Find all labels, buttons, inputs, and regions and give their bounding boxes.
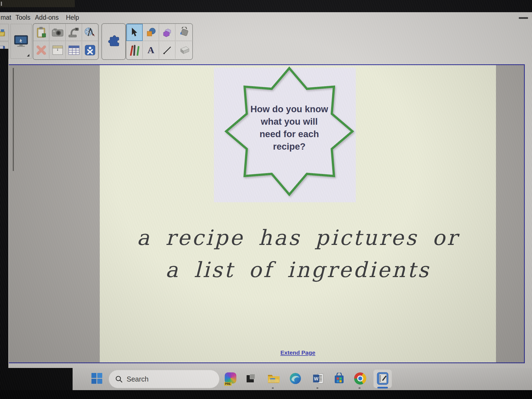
preview-badge: PRE — [224, 382, 232, 386]
toolbar-group-insert — [33, 23, 99, 60]
running-indicator-chrome — [359, 387, 360, 389]
taskbar-app-copilot[interactable]: PRE — [224, 371, 238, 386]
toolbar-group-addons — [101, 23, 126, 60]
task-view-icon — [245, 373, 257, 384]
document-camera-tool[interactable] — [66, 24, 82, 41]
monitor-bottom-bezel — [0, 390, 532, 399]
regular-polygons-tool[interactable] — [159, 24, 175, 41]
edge-icon — [289, 372, 301, 385]
partial-title-glyph — [1, 2, 2, 6]
taskbar-app-file-explorer[interactable] — [266, 371, 281, 386]
file-explorer-icon — [267, 373, 280, 384]
screen-capture-tool[interactable] — [50, 24, 66, 41]
star-question-text: How do you know what you will need for e… — [234, 103, 345, 153]
pens-tool[interactable] — [126, 41, 143, 59]
handwritten-answer-text: a recipe has pictures or a list of ingre… — [107, 222, 489, 286]
monitor-icon — [14, 35, 28, 48]
taskbar-app-word[interactable]: W — [311, 371, 326, 386]
running-indicator-file-explorer — [272, 387, 274, 389]
windows-logo-icon — [91, 373, 96, 378]
menu-format-partial[interactable]: mat — [1, 14, 11, 21]
taskbar-app-chrome[interactable] — [353, 371, 367, 386]
screen-shade-tool[interactable] — [50, 41, 66, 59]
search-placeholder-text: Search — [127, 375, 149, 383]
eraser-icon — [178, 45, 190, 55]
pens-icon — [129, 45, 140, 56]
display-monitor-tool[interactable] — [11, 24, 32, 59]
copilot-icon — [225, 372, 236, 383]
menu-bar: mat Tools Add-ons Help — [0, 14, 532, 23]
monitor-top-bezel — [0, 0, 532, 12]
polygons-icon — [162, 27, 173, 38]
menu-add-ons[interactable]: Add-ons — [35, 14, 59, 21]
eraser-tool[interactable] — [176, 41, 192, 59]
active-indicator-smart-notebook — [377, 387, 388, 388]
smart-exchange-tool[interactable] — [82, 41, 98, 59]
open-folder-icon — [0, 28, 5, 37]
measurement-tools-tool[interactable] — [82, 24, 98, 41]
word-w-glyph: W — [314, 376, 319, 382]
bezel-shadow — [0, 0, 75, 7]
canvas-bottom-border — [9, 362, 525, 363]
toolbar-group-tools: A — [126, 23, 193, 60]
table-icon — [68, 45, 80, 55]
taskbar-app-task-view[interactable] — [244, 371, 258, 386]
paste-clipboard-icon — [36, 27, 47, 38]
lines-tool[interactable] — [159, 41, 175, 59]
dropdown-triangle-icon — [27, 54, 29, 57]
paste-tool[interactable] — [33, 24, 49, 41]
select-tool[interactable] — [126, 24, 143, 41]
chrome-icon — [354, 372, 366, 385]
document-camera-icon — [68, 27, 80, 38]
notebook-page[interactable]: How do you know what you will need for e… — [100, 65, 496, 362]
word-icon: W — [313, 373, 324, 384]
shapes-icon — [145, 27, 157, 38]
microsoft-store-icon — [333, 373, 345, 384]
smart-notebook-icon — [377, 372, 389, 385]
delete-x-icon — [36, 45, 47, 55]
camera-icon — [52, 28, 63, 37]
insert-table-tool[interactable] — [66, 41, 82, 59]
taskbar-app-store[interactable] — [332, 371, 346, 386]
windows-taskbar: Search PRE — [73, 368, 532, 390]
delete-tool[interactable] — [33, 41, 49, 59]
search-icon — [115, 375, 123, 383]
menu-tools[interactable]: Tools — [16, 14, 30, 21]
taskbar-app-smart-notebook[interactable] — [375, 371, 390, 386]
screen-shade-icon — [52, 45, 63, 55]
page-sorter-edge[interactable] — [13, 68, 14, 171]
fill-tool[interactable] — [176, 24, 192, 41]
add-ons-tool[interactable] — [102, 24, 125, 59]
running-indicator-word — [316, 387, 318, 389]
paint-bucket-icon — [178, 27, 189, 38]
taskbar-search[interactable]: Search — [109, 370, 219, 388]
shapes-tool[interactable] — [143, 24, 159, 41]
text-tool[interactable]: A — [143, 41, 159, 59]
text-a-icon: A — [147, 45, 154, 55]
monitor-left-bezel — [0, 49, 8, 370]
photographed-screen: mat Tools Add-ons Help — [0, 0, 532, 399]
smart-exchange-person-icon — [85, 45, 95, 55]
canvas-viewport: How do you know what you will need for e… — [9, 65, 524, 362]
line-icon — [162, 45, 172, 55]
taskbar-app-edge[interactable] — [288, 371, 303, 386]
cursor-arrow-icon — [130, 27, 139, 38]
compass-protractor-icon — [84, 27, 96, 38]
canvas-right-border — [524, 64, 525, 363]
open-file-tool[interactable] — [0, 24, 9, 41]
windows-start-button[interactable] — [91, 373, 103, 384]
puzzle-piece-icon — [107, 35, 120, 48]
toolbar: A — [0, 23, 532, 59]
menu-help[interactable]: Help — [66, 14, 79, 21]
extend-page-link[interactable]: Extend Page — [242, 349, 353, 356]
